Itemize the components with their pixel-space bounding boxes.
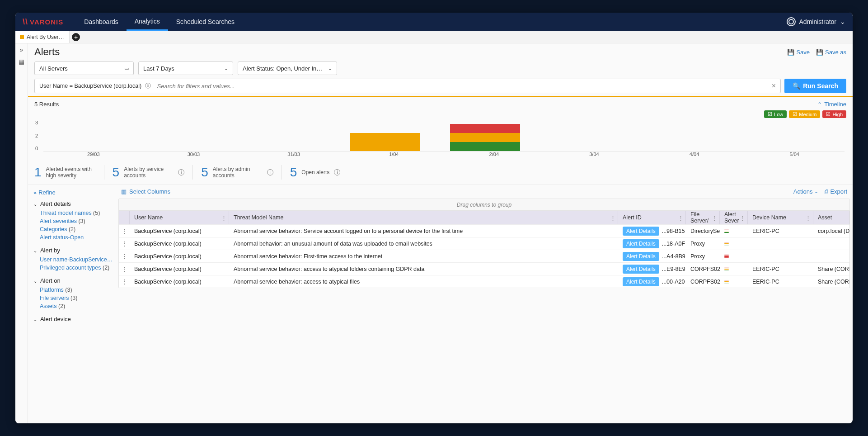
col-fileserver[interactable]: File Server/⋮	[686, 211, 720, 224]
facet-item[interactable]: Categories (2)	[40, 226, 113, 232]
group-hint[interactable]: Drag columns to group	[119, 199, 849, 211]
facet-item[interactable]: Threat model names (5)	[40, 210, 113, 216]
user-menu[interactable]: Administrator ⌄	[787, 17, 845, 26]
cell-alertid: Alert Details...00-A20	[618, 275, 686, 288]
chevron-down-icon: ⌄	[33, 279, 37, 284]
col-menu-icon[interactable]: ⋮	[610, 214, 616, 221]
app-window: \\ VARONIS Dashboards Analytics Schedule…	[15, 13, 853, 423]
refine-toggle[interactable]: «Refine	[33, 189, 113, 196]
save-button[interactable]: 💾Save	[787, 49, 810, 56]
row-menu-icon[interactable]: ⋮	[119, 237, 130, 250]
alert-details-button[interactable]: Alert Details	[623, 227, 659, 236]
table-row[interactable]: ⋮BackupService (corp.local)Abnormal serv…	[119, 262, 849, 275]
nav-scheduled-searches[interactable]: Scheduled Searches	[168, 13, 243, 31]
run-search-button[interactable]: 🔍 Run Search	[784, 79, 846, 93]
y-axis: 320	[35, 120, 38, 151]
stat-card[interactable]: 1Alerted events with high severity	[34, 165, 104, 180]
period-filter[interactable]: Last 7 Days ⌄	[138, 62, 233, 75]
x-tick: 3/04	[589, 152, 599, 157]
table-row[interactable]: ⋮BackupService (corp.local)Abnormal serv…	[119, 250, 849, 262]
info-icon[interactable]: i	[334, 169, 340, 175]
facet-title[interactable]: ⌄ Alert by	[33, 247, 113, 254]
save-as-button[interactable]: 💾Save as	[816, 49, 846, 56]
facet-title[interactable]: ⌄ Alert details	[33, 200, 113, 207]
col-menu-icon[interactable]: ⋮	[221, 214, 227, 221]
save-as-icon: 💾	[816, 49, 823, 56]
rail-card-icon[interactable]: ▦	[19, 58, 24, 65]
facet-item[interactable]: Assets (2)	[40, 303, 113, 309]
export-button[interactable]: ⎙Export	[825, 188, 847, 195]
col-alertid[interactable]: Alert ID⋮	[618, 211, 686, 224]
alert-details-button[interactable]: Alert Details	[623, 239, 659, 248]
cell-threat: Abnormal service behavior: access to aty…	[229, 263, 618, 275]
cell-device: EERIC-PC	[748, 225, 813, 237]
search-input[interactable]	[151, 83, 772, 90]
remove-chip-icon[interactable]: ⓧ	[145, 83, 151, 89]
bar-2/04[interactable]	[450, 124, 520, 151]
grid-panel: ▥Select Columns Actions⌄ ⎙Export Drag co…	[118, 185, 853, 423]
top-nav: \\ VARONIS Dashboards Analytics Schedule…	[15, 13, 853, 31]
severity-icon	[724, 267, 729, 271]
facet-item[interactable]: Privileged account types (2)	[40, 265, 113, 271]
row-menu-icon[interactable]: ⋮	[119, 250, 130, 262]
workspace-tab[interactable]: Alert By User n...	[15, 31, 70, 43]
table-row[interactable]: ⋮BackupService (corp.local)Abnormal serv…	[119, 275, 849, 288]
nav-dashboards[interactable]: Dashboards	[76, 13, 127, 31]
facet-item[interactable]: File servers (3)	[40, 295, 113, 301]
col-menu	[119, 211, 130, 224]
add-tab-button[interactable]: +	[70, 31, 82, 43]
col-menu-icon[interactable]: ⋮	[678, 214, 684, 221]
legend-high[interactable]: ☑High	[822, 110, 846, 118]
cell-threat: Abnormal behavior: an unusual amount of …	[229, 237, 618, 250]
col-user[interactable]: User Name⋮	[130, 211, 229, 224]
cell-asset	[813, 237, 849, 250]
info-icon[interactable]: i	[178, 169, 184, 175]
bar-1/04[interactable]	[350, 133, 420, 151]
actions-menu[interactable]: Actions⌄	[793, 188, 819, 195]
row-menu-icon[interactable]: ⋮	[119, 275, 130, 288]
col-asset[interactable]: Asset	[813, 211, 849, 224]
legend-low[interactable]: ☑Low	[764, 110, 787, 118]
facet-item[interactable]: Alert status-Open	[40, 234, 113, 241]
col-menu-icon[interactable]: ⋮	[740, 214, 746, 221]
col-menu-icon[interactable]: ⋮	[805, 214, 811, 221]
alert-details-button[interactable]: Alert Details	[623, 252, 659, 261]
stat-card[interactable]: 5Alerts by admin accountsi	[192, 165, 282, 180]
nav-analytics[interactable]: Analytics	[127, 13, 168, 31]
col-menu-icon[interactable]: ⋮	[712, 214, 718, 221]
stat-card[interactable]: 5Alerts by service accountsi	[104, 165, 193, 180]
col-severity[interactable]: Alert Sever⋮	[720, 211, 748, 224]
servers-filter[interactable]: All Servers ▭	[34, 62, 134, 75]
status-filter-label: Alert Status: Open, Under Investigati...	[243, 65, 324, 72]
select-columns-button[interactable]: ▥Select Columns	[121, 188, 170, 195]
facet-title[interactable]: ⌄ Alert on	[33, 277, 113, 284]
facet-title[interactable]: ⌄ Alert device	[33, 316, 113, 322]
cell-threat: Abnormal service behavior: First-time ac…	[229, 250, 618, 262]
facet-item[interactable]: Platforms (3)	[40, 287, 113, 293]
facet-item[interactable]: User name-BackupService (co...	[40, 256, 113, 263]
legend-medium[interactable]: ☑Medium	[789, 110, 820, 118]
brand-text: VARONIS	[30, 18, 63, 26]
alert-details-button[interactable]: Alert Details	[623, 277, 659, 286]
facet-item[interactable]: Alert severities (3)	[40, 218, 113, 224]
clear-search-icon[interactable]: ×	[772, 82, 776, 90]
expand-rail-icon[interactable]: »	[20, 46, 23, 53]
info-icon[interactable]: i	[267, 169, 273, 175]
stat-card[interactable]: 5Open alertsi	[282, 165, 349, 180]
timeline-toggle[interactable]: ⌃ Timeline	[817, 101, 846, 108]
row-menu-icon[interactable]: ⋮	[119, 225, 130, 237]
x-tick: 5/04	[789, 152, 799, 157]
status-filter[interactable]: Alert Status: Open, Under Investigati...…	[238, 62, 337, 75]
search-box[interactable]: User Name = BackupService (corp.local) ⓧ…	[34, 79, 781, 93]
stat-number: 1	[34, 165, 42, 180]
cell-severity	[720, 275, 748, 288]
table-row[interactable]: ⋮BackupService (corp.local)Abnormal serv…	[119, 224, 849, 237]
cell-threat: Abnormal service behavior: access to aty…	[229, 275, 618, 288]
col-threat[interactable]: Threat Model Name⋮	[229, 211, 618, 224]
row-menu-icon[interactable]: ⋮	[119, 263, 130, 275]
filter-chip[interactable]: User Name = BackupService (corp.local) ⓧ	[39, 82, 151, 90]
table-row[interactable]: ⋮BackupService (corp.local)Abnormal beha…	[119, 237, 849, 250]
col-device[interactable]: Device Name⋮	[748, 211, 813, 224]
alert-details-button[interactable]: Alert Details	[623, 265, 659, 274]
chart-canvas[interactable]: 320	[43, 120, 845, 152]
